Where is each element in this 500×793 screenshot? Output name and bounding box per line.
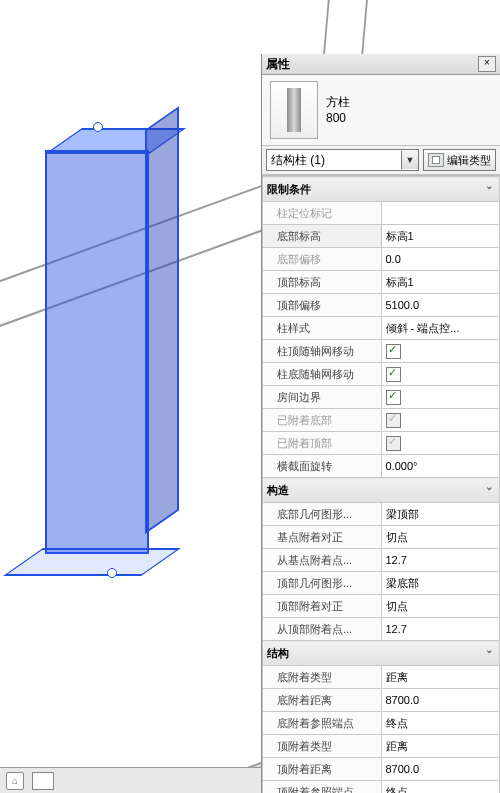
instance-selector-text: 结构柱 (1) bbox=[267, 152, 401, 169]
prop-label: 顶附着距离 bbox=[263, 758, 382, 781]
prop-value bbox=[381, 202, 500, 225]
prop-label: 柱定位标记 bbox=[263, 202, 382, 225]
prop-label: 柱样式 bbox=[263, 317, 382, 340]
checkbox[interactable] bbox=[386, 344, 401, 359]
prop-label: 底部几何图形... bbox=[263, 503, 382, 526]
prop-value[interactable]: 5100.0 bbox=[381, 294, 500, 317]
prop-label: 柱底随轴网移动 bbox=[263, 363, 382, 386]
group-header[interactable]: 结构⌄ bbox=[263, 641, 500, 666]
property-grid[interactable]: 限制条件⌄柱定位标记底部标高标高1底部偏移0.0顶部标高标高1顶部偏移5100.… bbox=[262, 175, 500, 793]
prop-label: 从基点附着点... bbox=[263, 549, 382, 572]
prop-label: 底部标高 bbox=[263, 225, 382, 248]
prop-value[interactable]: 切点 bbox=[381, 595, 500, 618]
prop-value[interactable]: 终点 bbox=[381, 712, 500, 735]
prop-label: 横截面旋转 bbox=[263, 455, 382, 478]
properties-panel: 属性 × 方柱 800 结构柱 (1) ▼ 编辑类型 限制条件⌄柱定位标记底部标… bbox=[261, 54, 500, 793]
grip-handle[interactable] bbox=[107, 568, 117, 578]
prop-label: 顶附着类型 bbox=[263, 735, 382, 758]
prop-value[interactable]: 终点 bbox=[381, 781, 500, 794]
prop-value[interactable]: 0.000° bbox=[381, 455, 500, 478]
prop-value[interactable]: 倾斜 - 端点控... bbox=[381, 317, 500, 340]
prop-label: 基点附着对正 bbox=[263, 526, 382, 549]
checkbox bbox=[386, 413, 401, 428]
prop-value[interactable]: 切点 bbox=[381, 526, 500, 549]
prop-value[interactable]: 距离 bbox=[381, 735, 500, 758]
status-link-icon[interactable] bbox=[32, 772, 54, 790]
instance-selector[interactable]: 结构柱 (1) ▼ bbox=[266, 149, 419, 171]
type-label: 方柱 800 bbox=[326, 94, 350, 126]
checkbox[interactable] bbox=[386, 390, 401, 405]
prop-label: 已附着顶部 bbox=[263, 432, 382, 455]
prop-value[interactable]: 梁顶部 bbox=[381, 503, 500, 526]
type-thumbnail bbox=[270, 81, 318, 139]
prop-value[interactable] bbox=[381, 386, 500, 409]
edit-type-icon bbox=[428, 153, 444, 167]
collapse-icon[interactable]: ⌄ bbox=[485, 644, 493, 655]
prop-label: 底部偏移 bbox=[263, 248, 382, 271]
prop-label: 顶部附着对正 bbox=[263, 595, 382, 618]
prop-value[interactable]: 8700.0 bbox=[381, 689, 500, 712]
checkbox[interactable] bbox=[386, 367, 401, 382]
collapse-icon[interactable]: ⌄ bbox=[485, 180, 493, 191]
prop-value[interactable]: 标高1 bbox=[381, 225, 500, 248]
prop-value: 0.0 bbox=[381, 248, 500, 271]
group-header[interactable]: 限制条件⌄ bbox=[263, 177, 500, 202]
prop-label: 已附着底部 bbox=[263, 409, 382, 432]
prop-label: 柱顶随轴网移动 bbox=[263, 340, 382, 363]
status-icon[interactable]: ⌂ bbox=[6, 772, 24, 790]
type-selector[interactable]: 方柱 800 bbox=[262, 75, 500, 146]
prop-value[interactable]: 标高1 bbox=[381, 271, 500, 294]
status-bar: ⌂ bbox=[0, 767, 262, 793]
prop-value[interactable]: 梁底部 bbox=[381, 572, 500, 595]
prop-label: 顶部标高 bbox=[263, 271, 382, 294]
prop-label: 底附着类型 bbox=[263, 666, 382, 689]
chevron-down-icon[interactable]: ▼ bbox=[401, 151, 418, 169]
prop-label: 顶附着参照端点 bbox=[263, 781, 382, 794]
type-name: 800 bbox=[326, 110, 350, 126]
prop-value[interactable]: 8700.0 bbox=[381, 758, 500, 781]
prop-value bbox=[381, 432, 500, 455]
group-header[interactable]: 构造⌄ bbox=[263, 478, 500, 503]
prop-value[interactable]: 12.7 bbox=[381, 549, 500, 572]
edit-type-label: 编辑类型 bbox=[447, 153, 491, 168]
checkbox bbox=[386, 436, 401, 451]
panel-titlebar[interactable]: 属性 × bbox=[262, 54, 500, 75]
collapse-icon[interactable]: ⌄ bbox=[485, 481, 493, 492]
close-icon[interactable]: × bbox=[478, 56, 496, 72]
prop-label: 底附着距离 bbox=[263, 689, 382, 712]
edit-type-button[interactable]: 编辑类型 bbox=[423, 149, 496, 171]
prop-label: 顶部几何图形... bbox=[263, 572, 382, 595]
prop-value[interactable] bbox=[381, 363, 500, 386]
prop-label: 底附着参照端点 bbox=[263, 712, 382, 735]
prop-value[interactable]: 距离 bbox=[381, 666, 500, 689]
panel-title-text: 属性 bbox=[266, 56, 478, 73]
prop-label: 房间边界 bbox=[263, 386, 382, 409]
selected-column[interactable] bbox=[45, 150, 175, 570]
prop-label: 从顶部附着点... bbox=[263, 618, 382, 641]
prop-value bbox=[381, 409, 500, 432]
type-family: 方柱 bbox=[326, 94, 350, 110]
grip-handle[interactable] bbox=[93, 122, 103, 132]
prop-label: 顶部偏移 bbox=[263, 294, 382, 317]
prop-value[interactable] bbox=[381, 340, 500, 363]
prop-value[interactable]: 12.7 bbox=[381, 618, 500, 641]
